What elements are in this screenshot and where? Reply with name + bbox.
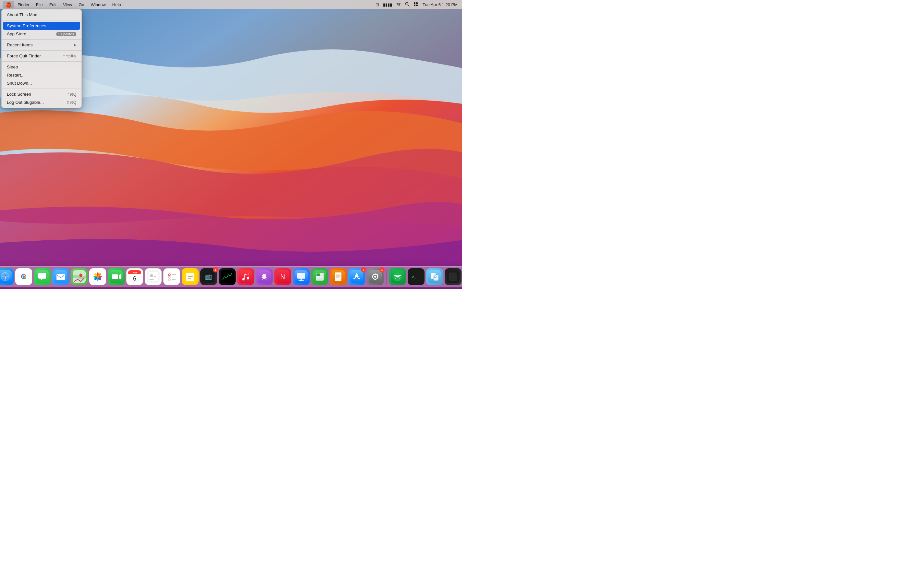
- dock-app-preview[interactable]: [426, 268, 443, 285]
- svg-rect-87: [297, 273, 305, 279]
- svg-point-80: [242, 278, 245, 280]
- force-quit-shortcut: ⌃⌥⌘⎋: [62, 54, 76, 58]
- svg-rect-109: [375, 279, 376, 280]
- dock-app-stocks[interactable]: [219, 268, 236, 285]
- svg-rect-110: [372, 276, 373, 277]
- menubar-edit[interactable]: Edit: [46, 2, 60, 8]
- dock-app-terminal[interactable]: >_: [408, 268, 425, 285]
- menubar: 🍎 Finder File Edit View Go Window Help ⊡…: [0, 0, 462, 9]
- wifi-icon[interactable]: [395, 2, 402, 8]
- screen-mirroring-icon[interactable]: ⊡: [374, 2, 380, 8]
- dock-app-pages[interactable]: [330, 268, 347, 285]
- dock-app-mail[interactable]: [52, 268, 69, 285]
- svg-rect-62: [154, 275, 157, 276]
- control-center-icon[interactable]: [412, 1, 419, 8]
- menubar-go[interactable]: Go: [75, 2, 87, 8]
- svg-rect-95: [317, 277, 323, 278]
- svg-text:6: 6: [133, 276, 136, 282]
- dock-app-music[interactable]: [237, 268, 254, 285]
- svg-rect-104: [350, 270, 363, 283]
- dock-app-numbers[interactable]: [311, 268, 328, 285]
- menubar-left: 🍎 Finder File Edit View Go Window Help: [3, 1, 124, 8]
- svg-rect-75: [187, 278, 191, 279]
- apple-menu-button[interactable]: 🍎: [3, 1, 14, 8]
- dock-app-appletv[interactable]: 1 📺: [200, 268, 217, 285]
- svg-rect-63: [154, 276, 156, 277]
- dock-app-calendar[interactable]: APR 6: [126, 268, 143, 285]
- menu-force-quit[interactable]: Force Quit Finder ⌃⌥⌘⎋: [2, 52, 81, 60]
- svg-point-107: [374, 276, 376, 278]
- svg-rect-89: [299, 280, 304, 281]
- svg-rect-100: [336, 274, 341, 274]
- dock-app-appstore[interactable]: 5: [348, 268, 365, 285]
- svg-rect-66: [172, 274, 176, 275]
- svg-rect-79: [239, 270, 252, 283]
- dock-app-maps[interactable]: [71, 268, 88, 285]
- dock-app-news[interactable]: N: [274, 268, 291, 285]
- dock-app-podcasts[interactable]: [256, 268, 273, 285]
- menubar-finder[interactable]: Finder: [14, 2, 33, 8]
- search-icon[interactable]: [404, 1, 411, 8]
- log-out-shortcut: ⇧⌘Q: [66, 100, 76, 105]
- dock-app-keynote[interactable]: [293, 268, 310, 285]
- battery-icon[interactable]: ▮▮▮▮: [382, 2, 393, 8]
- menu-lock-screen[interactable]: Lock Screen ^⌘Q: [2, 90, 81, 98]
- apple-menu-dropdown: About This Mac System Preferences... App…: [1, 9, 82, 108]
- dock-app-notes[interactable]: [182, 268, 199, 285]
- svg-text:N: N: [280, 273, 285, 280]
- svg-point-1: [406, 2, 408, 5]
- svg-point-39: [79, 274, 82, 277]
- svg-point-33: [23, 276, 25, 278]
- menubar-window[interactable]: Window: [88, 2, 109, 8]
- menu-system-preferences[interactable]: System Preferences...: [3, 22, 80, 30]
- dock-app-sysprefs[interactable]: 1: [367, 268, 384, 285]
- svg-rect-4: [416, 2, 418, 4]
- svg-rect-92: [317, 273, 320, 276]
- svg-rect-68: [172, 277, 175, 277]
- svg-rect-73: [187, 275, 193, 276]
- menubar-view[interactable]: View: [60, 2, 75, 8]
- menubar-help[interactable]: Help: [109, 2, 124, 8]
- dock-app-chrome[interactable]: [15, 268, 32, 285]
- svg-rect-6: [416, 5, 418, 6]
- dock-app-reminders[interactable]: [163, 268, 180, 285]
- app-store-badge: 5 updates: [56, 32, 76, 36]
- menu-separator-1: [2, 20, 81, 21]
- menubar-file[interactable]: File: [33, 2, 46, 8]
- dock-app-facetime[interactable]: [108, 268, 124, 285]
- svg-rect-64: [165, 270, 178, 283]
- dock-app-spotify[interactable]: [389, 268, 406, 285]
- menu-separator-5: [2, 89, 81, 89]
- svg-rect-123: [449, 273, 457, 280]
- menu-log-out[interactable]: Log Out plugable... ⇧⌘Q: [2, 98, 81, 106]
- appletv-badge: 1: [213, 267, 218, 272]
- dock-app-messages[interactable]: [34, 268, 51, 285]
- lock-screen-shortcut: ^⌘Q: [68, 92, 76, 97]
- menu-app-store[interactable]: App Store... 5 updates: [2, 30, 81, 38]
- svg-rect-103: [336, 277, 339, 278]
- svg-rect-74: [187, 276, 193, 277]
- svg-rect-60: [148, 272, 158, 282]
- appstore-badge: 5: [361, 267, 366, 272]
- menu-about-this-mac[interactable]: About This Mac: [2, 11, 81, 19]
- svg-rect-94: [320, 275, 323, 276]
- dock-app-unknown1[interactable]: [445, 268, 462, 285]
- menu-shut-down[interactable]: Shut Down...: [2, 79, 81, 87]
- svg-rect-3: [414, 2, 415, 4]
- svg-rect-70: [172, 279, 176, 280]
- menu-recent-items[interactable]: Recent Items ▶: [2, 41, 81, 49]
- menu-restart[interactable]: Restart...: [2, 71, 81, 79]
- dock-app-safari[interactable]: [0, 268, 14, 285]
- dock-app-photos[interactable]: [89, 268, 106, 285]
- svg-text:APR: APR: [133, 272, 137, 274]
- menu-sleep[interactable]: Sleep: [2, 63, 81, 71]
- svg-rect-108: [375, 273, 376, 275]
- dock-app-contacts[interactable]: [145, 268, 162, 285]
- svg-rect-111: [377, 276, 378, 277]
- svg-point-61: [150, 274, 153, 277]
- menubar-right: ⊡ ▮▮▮▮ Tue Apr 6 1:20 PM: [374, 1, 460, 8]
- svg-rect-93: [320, 273, 323, 274]
- svg-rect-5: [414, 5, 415, 6]
- datetime-display: Tue Apr 6 1:20 PM: [421, 2, 460, 8]
- svg-line-2: [408, 5, 409, 6]
